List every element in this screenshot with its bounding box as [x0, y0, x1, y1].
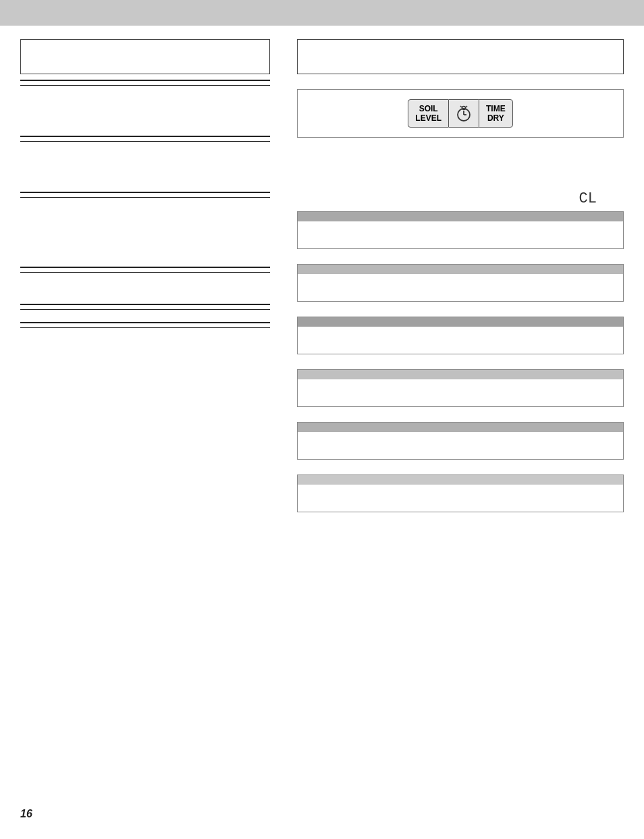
right-spacer-2 [297, 171, 624, 190]
divider-2 [20, 85, 270, 86]
page-number: 16 [20, 808, 32, 820]
left-column [20, 39, 284, 527]
box-5-strip [298, 423, 623, 432]
box-6-strip [298, 475, 623, 485]
right-box-6 [297, 475, 624, 512]
button-group-container: SOIL LEVEL TIME D [297, 89, 624, 138]
button-group: SOIL LEVEL TIME D [408, 99, 512, 128]
right-top-box [297, 39, 624, 74]
main-content: SOIL LEVEL TIME D [0, 39, 644, 527]
divider-5 [20, 192, 270, 193]
divider-10 [20, 309, 270, 310]
svg-point-3 [462, 107, 466, 110]
soil-level-button[interactable]: SOIL LEVEL [408, 99, 449, 128]
spacer-4 [20, 173, 270, 192]
divider-7 [20, 267, 270, 268]
box-4-strip [298, 370, 623, 379]
right-column: SOIL LEVEL TIME D [284, 39, 624, 527]
center-icon [449, 99, 479, 128]
divider-11 [20, 322, 270, 323]
right-box-3 [297, 317, 624, 354]
svg-line-5 [466, 106, 467, 107]
box-3-strip [298, 317, 623, 327]
svg-line-4 [460, 106, 462, 107]
box-4-body [298, 379, 623, 406]
box-2-body [298, 274, 623, 301]
divider-12 [20, 327, 270, 328]
divider-3 [20, 136, 270, 137]
divider-1 [20, 80, 270, 81]
right-spacer-1 [297, 153, 624, 171]
right-box-4 [297, 369, 624, 407]
box-2-strip [298, 265, 623, 274]
box-1-strip [298, 212, 623, 221]
divider-9 [20, 304, 270, 305]
divider-4 [20, 141, 270, 142]
left-box-1 [20, 39, 270, 74]
right-box-5 [297, 422, 624, 460]
spacer-5 [20, 210, 270, 229]
spacer-7 [20, 248, 270, 267]
spacer-6 [20, 229, 270, 248]
right-box-2 [297, 264, 624, 302]
box-3-body [298, 327, 623, 354]
box-1-body [298, 221, 623, 248]
header-bar [0, 0, 644, 26]
spacer-2 [20, 117, 270, 136]
spacer-8 [20, 285, 270, 304]
divider-8 [20, 272, 270, 273]
spacer-1 [20, 98, 270, 117]
time-dry-button[interactable]: TIME DRY [479, 99, 513, 128]
clock-icon [454, 104, 473, 123]
box-5-body [298, 432, 623, 459]
divider-6 [20, 197, 270, 198]
right-box-1 [297, 211, 624, 249]
box-6-body [298, 485, 623, 512]
cl-display: CL [297, 190, 624, 207]
spacer-3 [20, 154, 270, 173]
